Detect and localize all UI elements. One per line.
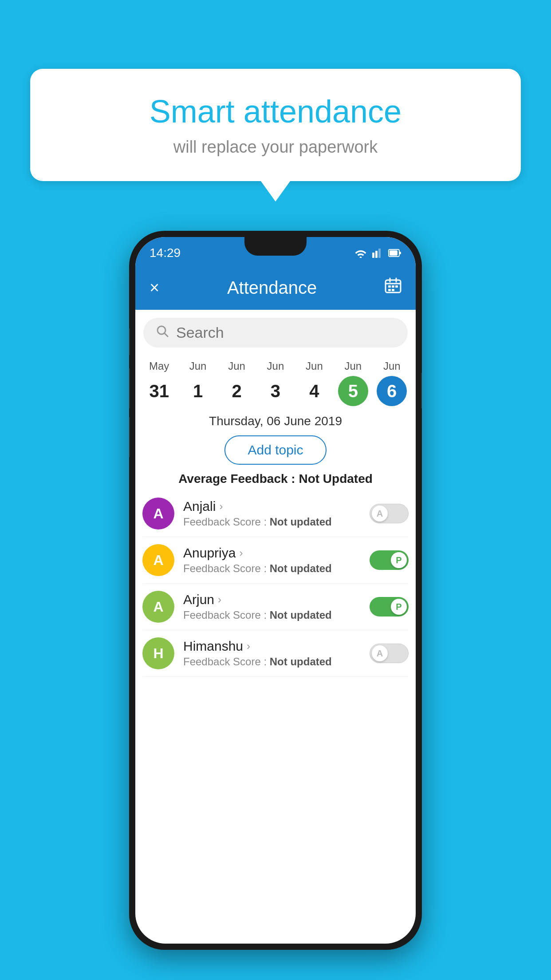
calendar-day[interactable]: Jun5 xyxy=(335,360,371,406)
chevron-icon: › xyxy=(247,640,250,652)
calendar-day[interactable]: Jun4 xyxy=(296,360,332,406)
power-button xyxy=(421,373,422,408)
calendar-date[interactable]: 5 xyxy=(338,376,368,406)
speech-bubble-subtitle: will replace your paperwork xyxy=(57,138,494,157)
avg-feedback-value: Not Updated xyxy=(299,472,372,486)
student-name: Anjali › xyxy=(183,499,361,514)
calendar-icon[interactable] xyxy=(385,277,401,298)
phone-mockup: 14:29 xyxy=(129,231,422,950)
toggle-container[interactable]: P xyxy=(370,597,409,616)
student-item[interactable]: AArjun ›Feedback Score : Not updatedP xyxy=(142,584,409,630)
feedback-score: Feedback Score : Not updated xyxy=(183,609,361,621)
calendar-month-label: Jun xyxy=(306,360,323,372)
avatar: H xyxy=(142,637,174,669)
svg-rect-5 xyxy=(399,252,401,254)
student-info: Himanshu ›Feedback Score : Not updated xyxy=(183,639,361,668)
toggle-knob: P xyxy=(391,552,407,568)
svg-rect-4 xyxy=(390,250,398,256)
calendar-date[interactable]: 6 xyxy=(377,376,407,406)
toggle-container[interactable]: P xyxy=(370,550,409,570)
svg-rect-2 xyxy=(378,249,381,258)
search-bar[interactable] xyxy=(143,318,408,348)
svg-rect-12 xyxy=(395,285,398,288)
calendar-day[interactable]: Jun1 xyxy=(180,360,216,406)
calendar-day[interactable]: Jun2 xyxy=(219,360,255,406)
signal-icon xyxy=(372,248,383,258)
speech-bubble-container: Smart attendance will replace your paper… xyxy=(30,69,521,181)
avatar: A xyxy=(142,591,174,623)
calendar-date[interactable]: 3 xyxy=(260,376,291,406)
attendance-toggle[interactable]: P xyxy=(370,597,409,616)
student-info: Anjali ›Feedback Score : Not updated xyxy=(183,499,361,528)
phone-notch xyxy=(244,237,307,256)
toggle-knob: A xyxy=(372,645,388,661)
attendance-toggle[interactable]: A xyxy=(370,504,409,523)
search-input[interactable] xyxy=(176,324,395,341)
status-icons xyxy=(354,248,401,258)
selected-date: Thursday, 06 June 2019 xyxy=(135,414,416,428)
toggle-container[interactable]: A xyxy=(370,504,409,523)
add-topic-button[interactable]: Add topic xyxy=(224,435,326,465)
student-name: Arjun › xyxy=(183,592,361,607)
mute-button xyxy=(129,328,130,355)
calendar-date[interactable]: 4 xyxy=(299,376,329,406)
toggle-container[interactable]: A xyxy=(370,644,409,663)
speech-bubble: Smart attendance will replace your paper… xyxy=(30,69,521,181)
app-bar: × Attendance xyxy=(135,265,416,310)
status-time: 14:29 xyxy=(150,246,181,260)
chevron-icon: › xyxy=(218,593,221,606)
student-info: Arjun ›Feedback Score : Not updated xyxy=(183,592,361,621)
chevron-icon: › xyxy=(239,547,243,559)
calendar-date[interactable]: 2 xyxy=(222,376,252,406)
volume-up-button xyxy=(129,368,130,408)
attendance-toggle[interactable]: P xyxy=(370,550,409,570)
calendar-month-label: Jun xyxy=(228,360,245,372)
phone-screen: 14:29 xyxy=(135,237,416,944)
avg-feedback-label: Average Feedback : xyxy=(178,472,295,486)
svg-rect-13 xyxy=(388,289,391,291)
svg-rect-14 xyxy=(392,289,394,291)
close-button[interactable]: × xyxy=(150,278,159,297)
avatar: A xyxy=(142,498,174,530)
avatar: A xyxy=(142,544,174,576)
svg-rect-0 xyxy=(372,253,374,258)
battery-icon xyxy=(388,248,401,258)
wifi-icon xyxy=(354,248,367,258)
calendar-month-label: Jun xyxy=(189,360,207,372)
feedback-score: Feedback Score : Not updated xyxy=(183,562,361,575)
svg-rect-11 xyxy=(392,285,394,288)
student-item[interactable]: AAnupriya ›Feedback Score : Not updatedP xyxy=(142,537,409,584)
calendar-day[interactable]: May31 xyxy=(142,360,177,406)
svg-line-16 xyxy=(165,333,168,336)
app-bar-title: Attendance xyxy=(227,278,317,298)
volume-down-button xyxy=(129,417,130,457)
attendance-toggle[interactable]: A xyxy=(370,644,409,663)
calendar-day[interactable]: Jun3 xyxy=(258,360,293,406)
svg-rect-10 xyxy=(388,285,391,288)
chevron-icon: › xyxy=(219,500,223,513)
calendar-date[interactable]: 31 xyxy=(144,376,174,406)
calendar-date[interactable]: 1 xyxy=(183,376,213,406)
speech-bubble-title: Smart attendance xyxy=(57,93,494,130)
student-item[interactable]: HHimanshu ›Feedback Score : Not updatedA xyxy=(142,630,409,677)
calendar-month-label: Jun xyxy=(267,360,284,372)
student-name: Himanshu › xyxy=(183,639,361,654)
feedback-score: Feedback Score : Not updated xyxy=(183,656,361,668)
calendar-month-label: Jun xyxy=(344,360,362,372)
calendar-day[interactable]: Jun6 xyxy=(374,360,409,406)
avg-feedback: Average Feedback : Not Updated xyxy=(135,472,416,486)
calendar-strip: May31Jun1Jun2Jun3Jun4Jun5Jun6 xyxy=(135,356,416,406)
calendar-month-label: Jun xyxy=(383,360,401,372)
student-info: Anupriya ›Feedback Score : Not updated xyxy=(183,545,361,575)
student-name: Anupriya › xyxy=(183,545,361,561)
search-icon xyxy=(156,324,169,341)
student-list: AAnjali ›Feedback Score : Not updatedAAA… xyxy=(135,490,416,677)
svg-rect-1 xyxy=(375,251,378,258)
student-item[interactable]: AAnjali ›Feedback Score : Not updatedA xyxy=(142,490,409,537)
toggle-knob: A xyxy=(372,506,388,522)
feedback-score: Feedback Score : Not updated xyxy=(183,516,361,528)
calendar-month-label: May xyxy=(149,360,169,372)
toggle-knob: P xyxy=(391,599,407,615)
